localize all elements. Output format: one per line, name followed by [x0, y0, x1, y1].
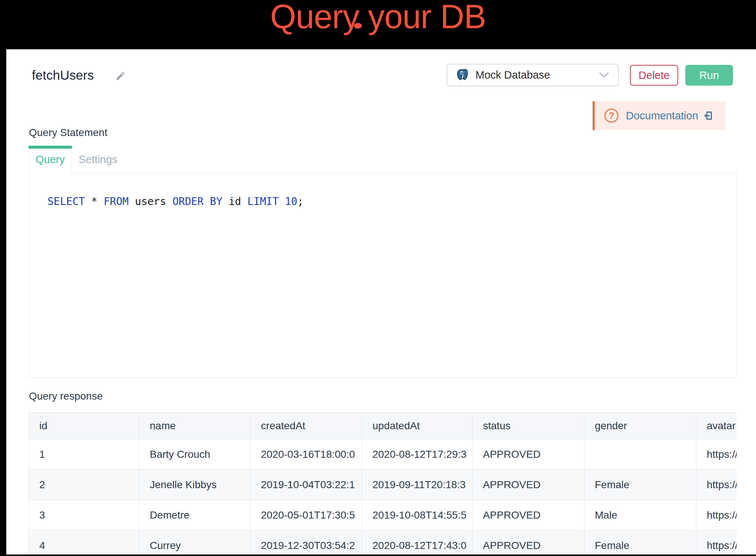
table-cell: 2020-05-01T17:30:5: [251, 500, 362, 530]
table-row: 3Demetre2020-05-01T17:30:52019-10-08T14:…: [29, 500, 737, 530]
sql-token-keyword: FROM: [104, 195, 129, 208]
question-icon: ?: [604, 109, 619, 123]
table-cell: Female: [584, 530, 696, 555]
table-cell: 2019-12-30T03:54:2: [251, 530, 362, 555]
postgresql-icon: [455, 68, 470, 83]
table-header-row: idnamecreatedAtupdatedAtstatusgenderavat…: [29, 413, 737, 439]
sql-token-keyword: LIMIT: [247, 195, 278, 208]
column-header-updatedAt: updatedAt: [362, 413, 472, 439]
delete-button[interactable]: Delete: [630, 65, 678, 86]
table-cell: APPROVED: [472, 530, 584, 555]
table-row: 1Barty Crouch2020-03-16T18:00:02020-08-1…: [29, 439, 737, 470]
table-cell: 4: [29, 530, 139, 555]
table-cell: APPROVED: [472, 470, 584, 500]
tab-query[interactable]: Query: [29, 146, 72, 173]
sql-token-plain: id: [222, 195, 247, 208]
banner-dot: [354, 23, 362, 29]
sql-token-plain: ;: [297, 195, 304, 208]
table-row: 4Currey2019-12-30T03:54:22020-08-12T17:4…: [29, 530, 737, 555]
app-panel: fetchUsers Mock Database Delete Run ? Do…: [6, 49, 756, 555]
table-cell: 2020-03-16T18:00:0: [251, 439, 362, 470]
query-name: fetchUsers: [32, 66, 94, 84]
column-header-id: id: [29, 413, 139, 439]
table-cell: [584, 439, 696, 470]
edit-pencil-icon[interactable]: [115, 71, 126, 81]
database-selector[interactable]: Mock Database: [447, 64, 619, 86]
sql-token-plain: *: [85, 195, 104, 208]
table-cell: 1: [29, 439, 139, 470]
external-link-icon: [703, 110, 714, 121]
sql-token-plain: users: [129, 195, 172, 208]
table-cell: Jenelle Kibbys: [139, 470, 251, 500]
table-cell: 2020-08-12T17:29:3: [362, 439, 472, 470]
column-header-name: name: [139, 413, 251, 439]
table-cell: 2020-08-12T17:43:0: [362, 530, 472, 555]
query-response-heading: Query response: [29, 389, 103, 404]
sql-code-line: SELECT * FROM users ORDER BY id LIMIT 10…: [47, 195, 304, 208]
sql-editor[interactable]: SELECT * FROM users ORDER BY id LIMIT 10…: [29, 173, 737, 378]
query-response-table-container: idnamecreatedAtupdatedAtstatusgenderavat…: [29, 412, 737, 555]
documentation-link[interactable]: ? Documentation: [593, 101, 726, 130]
column-header-gender: gender: [584, 413, 696, 439]
table-cell: 2019-09-11T20:18:3: [362, 470, 472, 500]
table-cell: https://: [696, 530, 737, 555]
table-cell: https://: [696, 439, 737, 470]
query-response-table: idnamecreatedAtupdatedAtstatusgenderavat…: [29, 412, 737, 555]
table-row: 2Jenelle Kibbys2019-10-04T03:22:12019-09…: [29, 470, 737, 500]
column-header-createdAt: createdAt: [251, 413, 362, 439]
tab-settings[interactable]: Settings: [72, 146, 124, 173]
column-header-avatar: avatar: [696, 413, 737, 439]
run-button[interactable]: Run: [685, 65, 733, 86]
chevron-down-icon: [599, 72, 609, 78]
table-cell: Barty Crouch: [139, 439, 251, 470]
documentation-label: Documentation: [626, 110, 698, 122]
table-cell: https://: [696, 470, 737, 500]
table-cell: 2: [29, 470, 139, 500]
sql-token-plain: [279, 195, 285, 208]
table-cell: 2019-10-04T03:22:1: [251, 470, 362, 500]
query-tabs: QuerySettings: [29, 146, 124, 173]
column-header-status: status: [472, 413, 584, 439]
table-cell: 2019-10-08T14:55:5: [362, 500, 472, 530]
sql-token-number: 10: [285, 195, 298, 208]
table-cell: APPROVED: [472, 500, 584, 530]
table-cell: Female: [584, 470, 696, 500]
query-statement-heading: Query Statement: [29, 125, 107, 140]
table-cell: Demetre: [139, 500, 251, 530]
table-cell: https://: [696, 500, 737, 530]
table-cell: APPROVED: [472, 439, 584, 470]
sql-token-keyword: ORDER BY: [172, 195, 222, 208]
table-cell: 3: [29, 500, 139, 530]
sql-token-keyword: SELECT: [47, 195, 85, 208]
database-selector-value: Mock Database: [475, 69, 550, 81]
table-cell: Currey: [139, 530, 251, 555]
table-cell: Male: [584, 500, 696, 530]
page-title: Query your DB: [0, 0, 756, 49]
